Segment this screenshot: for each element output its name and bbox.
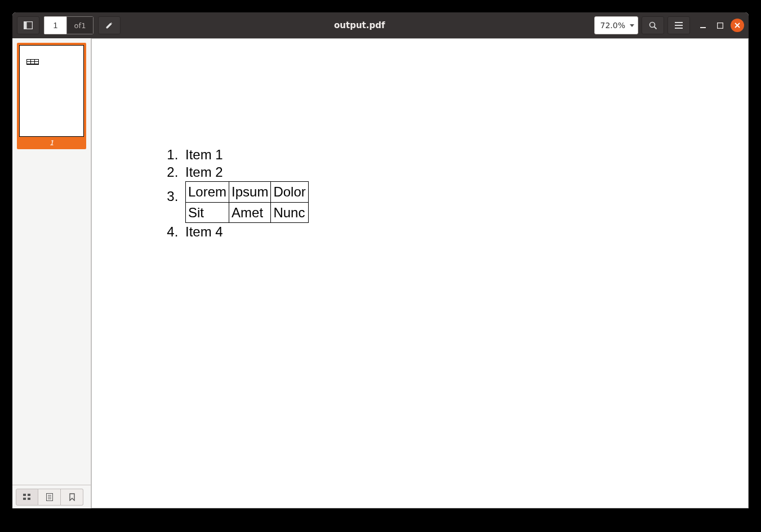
table-row: Sit Amet Nunc <box>186 202 309 222</box>
table-row: Lorem Ipsum Dolor <box>186 182 309 202</box>
page-total-label: of 1 <box>66 16 94 34</box>
close-button[interactable] <box>731 19 744 32</box>
maximize-icon <box>717 23 723 29</box>
menu-button[interactable] <box>667 16 690 34</box>
page-number-input[interactable] <box>44 16 66 34</box>
thumbnail-mini-content <box>26 59 39 65</box>
table-cell: Ipsum <box>229 182 271 202</box>
minimize-icon <box>700 22 706 29</box>
svg-rect-14 <box>28 498 30 500</box>
bookmark-icon <box>69 493 75 501</box>
outline-icon <box>46 493 53 501</box>
page-number-control: of 1 <box>44 16 94 34</box>
thumbnail-page-preview <box>19 45 84 137</box>
svg-rect-8 <box>717 23 723 28</box>
maximize-button[interactable] <box>714 19 726 32</box>
document-content: Item 1 Item 2 Lorem Ipsum Dolor Sit Amet <box>92 39 748 240</box>
list-item: Item 4 <box>182 223 748 240</box>
close-icon <box>735 23 740 28</box>
toolbar-right: 72.0% <box>594 16 744 34</box>
sidebar: 1 <box>12 38 91 508</box>
chevron-down-icon <box>630 24 634 27</box>
window-controls <box>697 19 744 32</box>
list-item: Item 2 <box>182 163 748 181</box>
table-cell: Dolor <box>271 182 308 202</box>
zoom-value: 72.0% <box>600 21 625 30</box>
sidebar-mode-switch <box>12 485 91 508</box>
zoom-dropdown[interactable]: 72.0% <box>594 16 638 34</box>
list-item: Lorem Ipsum Dolor Sit Amet Nunc <box>182 181 748 222</box>
page-total-prefix: of <box>74 21 82 30</box>
page-total-value: 1 <box>81 21 86 30</box>
svg-rect-1 <box>24 22 27 29</box>
pencil-icon <box>105 21 113 29</box>
annotate-button[interactable] <box>98 16 121 34</box>
ordered-list: Item 1 Item 2 Lorem Ipsum Dolor Sit Amet <box>159 146 748 240</box>
grid-icon <box>23 494 31 500</box>
list-item: Item 1 <box>182 146 748 163</box>
svg-rect-7 <box>700 27 706 28</box>
list-item-text: Item 1 <box>185 147 223 162</box>
table-cell: Amet <box>229 202 271 222</box>
search-button[interactable] <box>642 16 664 34</box>
thumbnails-view-button[interactable] <box>16 489 38 506</box>
svg-rect-11 <box>23 494 26 496</box>
thumbnail-page-number: 1 <box>50 139 54 147</box>
table-cell: Nunc <box>271 202 308 222</box>
table-cell: Lorem <box>186 182 229 202</box>
outline-view-button[interactable] <box>38 489 61 506</box>
search-icon <box>649 21 657 30</box>
toggle-sidebar-button[interactable] <box>17 16 39 34</box>
svg-rect-13 <box>23 498 26 500</box>
minimize-button[interactable] <box>697 19 709 32</box>
thumbnail-selected[interactable]: 1 <box>17 43 86 149</box>
thumbnail-panel: 1 <box>12 38 91 485</box>
bookmarks-view-button[interactable] <box>61 489 83 506</box>
embedded-table: Lorem Ipsum Dolor Sit Amet Nunc <box>185 181 309 222</box>
list-item-text: Item 2 <box>185 164 223 180</box>
sidebar-icon <box>24 21 33 29</box>
svg-rect-12 <box>28 494 30 496</box>
svg-rect-5 <box>675 25 683 26</box>
hamburger-icon <box>675 22 683 29</box>
svg-rect-6 <box>675 28 683 29</box>
document-view[interactable]: Item 1 Item 2 Lorem Ipsum Dolor Sit Amet <box>91 38 749 508</box>
toolbar: of 1 output.pdf 72.0% <box>12 12 749 38</box>
pdf-viewer-window: of 1 output.pdf 72.0% <box>12 12 749 508</box>
svg-point-2 <box>649 22 655 27</box>
table-cell: Sit <box>186 202 229 222</box>
list-item-text: Item 4 <box>185 224 223 239</box>
document-title: output.pdf <box>125 20 594 30</box>
viewer-body: 1 <box>12 38 749 508</box>
svg-rect-4 <box>675 22 683 23</box>
svg-line-3 <box>654 26 656 29</box>
